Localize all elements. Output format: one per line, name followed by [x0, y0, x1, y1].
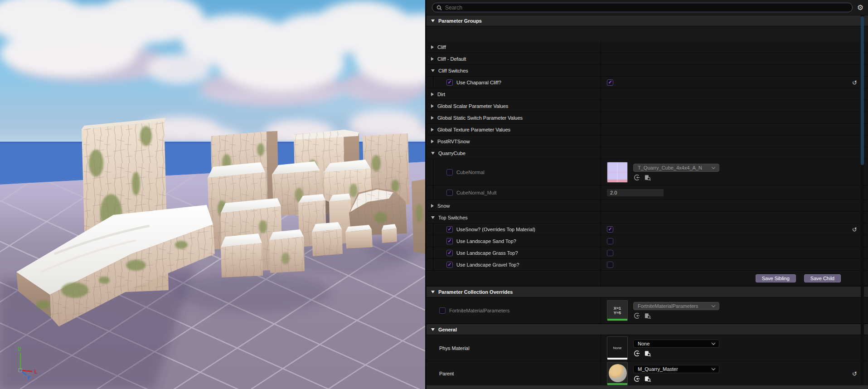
scrollbar-thumb[interactable] [861, 16, 864, 165]
chevron-down-icon [431, 291, 435, 293]
override-checkbox[interactable]: ✓ [446, 250, 453, 256]
thumb-text: X=1 [614, 306, 621, 311]
param-label: Use Landscape Gravel Top? [456, 262, 519, 267]
chevron-down-icon [712, 165, 715, 169]
texture-thumbnail[interactable] [607, 162, 628, 183]
asset-dropdown[interactable]: T_Quarry_Cube_4x4x4_A_N [633, 164, 719, 172]
override-checkbox[interactable]: ✓ [446, 79, 453, 86]
scrollbar-track[interactable] [861, 15, 864, 385]
details-panel: ⚙ Parameter Groups Cliff Cliff - Default… [425, 0, 868, 389]
param-label: Use Chaparral Cliff? [456, 80, 501, 85]
param-row-use-chaparral-cliff: ✓ Use Chaparral Cliff? ✓ ↺ [427, 77, 868, 88]
group-label: QuarryCube [438, 151, 466, 156]
section-title: Parameter Collection Overrides [438, 289, 513, 295]
row-phys-material: Phys Material None None [427, 335, 868, 361]
chevron-down-icon [431, 69, 435, 72]
material-sphere-preview [609, 364, 627, 382]
reset-to-default-icon[interactable]: ↺ [852, 79, 857, 86]
search-icon [436, 5, 442, 10]
chevron-right-icon [431, 45, 434, 49]
value-checkbox[interactable]: ✓ [607, 226, 613, 233]
gizmo-left-label: L [34, 369, 37, 375]
use-selected-asset-icon[interactable] [633, 312, 640, 319]
thumb-text: Y=5 [614, 311, 621, 315]
group-row-cliff-switches[interactable]: Cliff Switches [427, 65, 868, 77]
reset-to-default-icon[interactable]: ↺ [852, 226, 857, 233]
browse-to-asset-icon[interactable] [644, 350, 651, 357]
group-row-global-scalar[interactable]: Global Scalar Parameter Values [427, 100, 868, 112]
section-parameter-collection-overrides[interactable]: Parameter Collection Overrides [427, 286, 868, 297]
value-checkbox[interactable] [607, 238, 613, 244]
chevron-right-icon [431, 204, 434, 208]
reset-to-default-icon[interactable]: ↺ [852, 370, 857, 377]
save-sibling-button[interactable]: Save Sibling [756, 274, 796, 282]
group-row-global-texture[interactable]: Global Texture Parameter Values [427, 124, 868, 136]
search-box[interactable] [432, 3, 853, 12]
override-checkbox[interactable] [446, 190, 453, 196]
use-selected-asset-icon[interactable] [633, 174, 640, 181]
asset-name: T_Quarry_Cube_4x4x4_A_N [638, 165, 702, 170]
group-row-postrvtsnow[interactable]: PostRVTSnow [427, 136, 868, 147]
param-label: Use Landscape Sand Top? [456, 238, 516, 244]
asset-dropdown[interactable]: FortniteMaterialParameters [633, 302, 719, 310]
parent-material-thumbnail[interactable] [607, 362, 628, 385]
param-row-cubenormal-mult: CubeNormal_Mult 2.0 [427, 185, 868, 200]
param-row-gravel-top: ✓ Use Landscape Gravel Top? [427, 259, 868, 271]
group-row-top-switches[interactable]: Top Switches [427, 212, 868, 224]
scalar-value-field[interactable]: 2.0 [607, 189, 664, 196]
cube-f6 [382, 224, 397, 243]
section-title: General [438, 327, 457, 332]
asset-color-bar [607, 358, 627, 360]
override-checkbox[interactable]: ✓ [446, 238, 453, 244]
group-row-dirt[interactable]: Dirt [427, 88, 868, 100]
override-checkbox[interactable]: ✓ [446, 262, 453, 268]
chevron-right-icon [431, 92, 434, 96]
browse-to-asset-icon[interactable] [644, 312, 651, 319]
row-label: Parent [439, 371, 454, 376]
override-checkbox[interactable]: ✓ [446, 226, 453, 233]
group-row-quarrycube[interactable]: QuarryCube [427, 147, 868, 159]
section-parameter-groups[interactable]: Parameter Groups [427, 15, 868, 26]
panel-bottom-edge [427, 385, 868, 389]
group-label: Global Texture Parameter Values [437, 127, 510, 132]
group-row-cliff-default[interactable]: Cliff - Default [427, 53, 868, 65]
asset-name: M_Quarry_Master [638, 366, 678, 372]
settings-gear-icon[interactable]: ⚙ [857, 4, 863, 11]
group-row-snow[interactable]: Snow [427, 200, 868, 212]
chevron-down-icon [431, 152, 435, 155]
phys-material-thumbnail[interactable]: None [607, 336, 628, 360]
collection-thumbnail[interactable]: X=1 Y=5 [607, 300, 628, 321]
parent-material-dropdown[interactable]: M_Quarry_Master [633, 365, 719, 373]
row-label: Phys Material [439, 345, 470, 351]
save-child-button[interactable]: Save Child [804, 274, 841, 282]
group-row-global-static-switch[interactable]: Global Static Switch Parameter Values [427, 112, 868, 124]
group-label: Dirt [437, 92, 445, 97]
override-checkbox[interactable] [446, 169, 453, 175]
use-selected-asset-icon[interactable] [633, 375, 640, 382]
override-checkbox[interactable] [439, 307, 446, 314]
use-selected-asset-icon[interactable] [633, 350, 640, 357]
asset-name: None [638, 341, 650, 346]
viewport-scene: U L F [0, 0, 425, 389]
group-label: Global Static Switch Parameter Values [437, 115, 523, 121]
phys-material-dropdown[interactable]: None [633, 340, 719, 348]
save-buttons-row: Save Sibling Save Child [427, 271, 868, 286]
group-row-cliff[interactable]: Cliff [427, 41, 868, 53]
value-checkbox[interactable] [607, 262, 613, 268]
value-checkbox[interactable]: ✓ [607, 79, 613, 86]
browse-to-asset-icon[interactable] [644, 174, 651, 181]
chevron-down-icon [712, 341, 715, 345]
section-general[interactable]: General [427, 324, 868, 335]
browse-to-asset-icon[interactable] [644, 375, 651, 382]
search-input[interactable] [445, 5, 848, 11]
param-row-usesnow: ✓ UseSnow? (Overrides Top Material) ✓ ↺ [427, 224, 868, 235]
viewport-3d[interactable]: U L F [0, 0, 425, 389]
asset-color-bar [607, 319, 627, 321]
group-label: Global Scalar Parameter Values [437, 103, 508, 109]
gizmo-forward-label: F [28, 375, 31, 381]
material-instance-editor: U L F ⚙ Parameter Groups [0, 0, 868, 389]
param-label: FortniteMaterialParameters [449, 308, 509, 313]
cube-f3 [269, 229, 305, 273]
cube-f2 [221, 233, 263, 277]
value-checkbox[interactable] [607, 250, 613, 256]
